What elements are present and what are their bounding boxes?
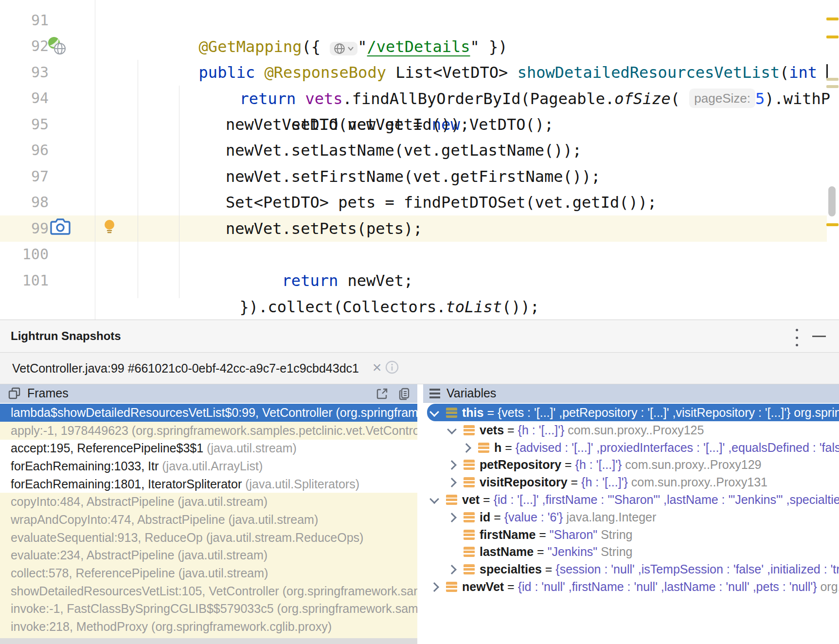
frames-icon	[8, 387, 21, 400]
variable-icon	[464, 512, 475, 522]
code-line: public @ResponseBody List<VetDTO> showDe…	[143, 33, 827, 59]
frame-row[interactable]: forEachRemaining:1033, Itr (java.util.Ar…	[0, 457, 417, 475]
frame-row[interactable]: wrapAndCopyInto:474, AbstractPipeline (j…	[0, 511, 417, 529]
line-number: 92	[0, 33, 49, 59]
variable-row[interactable]: h = {advised : '[...]' ,proxiedInterface…	[423, 439, 839, 456]
panel-title: Lightrun Snapshots	[11, 320, 121, 352]
chevron-down-icon[interactable]	[447, 425, 457, 434]
line-number: 96	[0, 137, 49, 163]
variable-row[interactable]: newVet = {id : 'null' ,firstName : 'null…	[423, 578, 839, 595]
code-line: Set<PetDTO> pets = findPetDTOSet(vet.get…	[226, 189, 657, 215]
line-number: 100	[0, 241, 49, 268]
line-number: 101	[0, 268, 49, 294]
variable-icon	[464, 530, 475, 540]
copy-stack-icon[interactable]	[398, 387, 411, 400]
line-number: 95	[0, 111, 49, 138]
frame-row[interactable]: showDetailedResourcesVetList:105, VetCon…	[0, 582, 417, 600]
chevron-right-icon[interactable]	[429, 582, 439, 592]
frame-row[interactable]: forEachRemaining:1801, IteratorSpliterat…	[0, 475, 417, 493]
editor-scrollbar[interactable]	[828, 186, 836, 216]
variable-icon	[464, 564, 475, 574]
code-line: }).collect(Collectors.toList());	[183, 268, 539, 294]
line-number: 98	[0, 189, 49, 215]
frame-row[interactable]: evaluateSequential:913, ReduceOp (java.u…	[0, 529, 417, 547]
open-in-new-window-icon[interactable]	[375, 387, 389, 400]
camera-snapshot-icon[interactable]	[50, 218, 71, 236]
line-number: 91	[0, 7, 49, 34]
variable-row[interactable]: vets = {h : '[...]'} com.sun.proxy..Prox…	[423, 421, 839, 439]
lightbulb-icon[interactable]	[103, 219, 116, 237]
chevron-right-icon[interactable]	[447, 565, 457, 574]
frame-row[interactable]: lambda$showDetailedResourcesVetList$0:99…	[0, 404, 417, 422]
change-marker[interactable]	[826, 36, 839, 38]
frame-row[interactable]: invoke:218, MethodProxy (org.springframe…	[0, 618, 417, 636]
close-icon[interactable]: ×	[369, 359, 385, 376]
frame-row[interactable]: apply:-1, 1978449623 (org.springframewor…	[0, 422, 417, 440]
variable-row[interactable]: id = {value : '6'} java.lang.Integer	[423, 508, 839, 526]
code-line: return newVet;	[226, 241, 413, 268]
line-number: 94	[0, 85, 49, 111]
code-line: return vets.findAllByOrderById(Pageable.…	[183, 59, 827, 86]
code-line: newVet.setId(vet.getId());	[226, 111, 469, 138]
frame-row[interactable]: collect:578, ReferencePipeline (java.uti…	[0, 564, 417, 582]
variable-row[interactable]: this = {vets : '[...]' ,petRepository : …	[423, 404, 839, 421]
snapshot-tab-bar: VetController.java:99 #661021c0-0ebf-42c…	[0, 353, 839, 384]
code-line: newVet.setLastName(vet.getLastName());	[226, 137, 582, 163]
variable-icon	[478, 443, 489, 453]
lightrun-snapshots-header: Lightrun Snapshots	[0, 320, 839, 353]
variable-row[interactable]: petRepository = {h : '[...]'} com.sun.pr…	[423, 456, 839, 473]
indent-guide	[179, 86, 179, 298]
variables-list[interactable]: this = {vets : '[...]' ,petRepository : …	[423, 403, 839, 644]
line-number: 97	[0, 163, 49, 190]
change-marker[interactable]	[826, 78, 839, 81]
variable-row[interactable]: lastName = "Jenkins" String	[423, 543, 839, 560]
variable-icon	[446, 582, 457, 592]
indent-guide	[138, 60, 138, 298]
variable-icon	[464, 547, 475, 557]
gutter-separator	[95, 0, 95, 320]
variable-row[interactable]: vet = {id : '[...]' ,firstName : '"Sharo…	[423, 491, 839, 508]
code-editor[interactable]: 91 92 93 94 95 96 97 98 99 100 101	[0, 0, 839, 320]
change-marker[interactable]	[826, 85, 839, 88]
change-marker[interactable]	[826, 223, 839, 226]
snapshot-tab[interactable]: VetController.java:99 #661021c0-0ebf-42c…	[12, 353, 359, 384]
variable-row[interactable]: specialties = {session : 'null' ,isTempS…	[423, 560, 839, 578]
frames-horizontal-scrollbar[interactable]	[0, 638, 417, 644]
code-line: VetDTO newVet = new VetDTO();	[226, 85, 553, 111]
inlay-hint: pageSize:	[689, 89, 755, 108]
variables-title: Variables	[446, 384, 496, 402]
variables-icon	[429, 388, 441, 399]
info-icon[interactable]	[385, 360, 399, 374]
variable-icon	[446, 408, 457, 418]
variables-header: Variables	[423, 384, 839, 403]
frame-row[interactable]: evaluate:234, AbstractPipeline (java.uti…	[0, 546, 417, 564]
code-line: @GetMapping({ "/vetDetails" })	[143, 7, 827, 34]
minimize-icon[interactable]	[812, 336, 826, 337]
ide-window: 91 92 93 94 95 96 97 98 99 100 101	[0, 0, 839, 644]
spring-request-mapping-icon[interactable]	[48, 37, 67, 55]
variable-icon	[464, 477, 475, 487]
chevron-right-icon[interactable]	[447, 513, 457, 522]
frames-header: Frames	[0, 384, 417, 403]
variable-icon	[446, 495, 457, 505]
line-number: 99	[0, 215, 49, 242]
chevron-down-icon[interactable]	[429, 494, 439, 504]
chevron-right-icon[interactable]	[462, 443, 471, 453]
code-line: newVet.setFirstName(vet.getFirstName());	[226, 163, 601, 190]
frame-row[interactable]: copyInto:484, AbstractPipeline (java.uti…	[0, 493, 417, 511]
frames-list[interactable]: lambda$showDetailedResourcesVetList$0:99…	[0, 403, 417, 644]
frame-row[interactable]: invoke:-1, FastClassBySpringCGLIB$$57903…	[0, 600, 417, 618]
code-line: newVet.setPets(pets);	[226, 215, 423, 242]
frames-title: Frames	[27, 384, 69, 402]
chevron-right-icon[interactable]	[447, 478, 457, 487]
frame-row[interactable]: accept:195, ReferencePipeline$3$1 (java.…	[0, 439, 417, 457]
variable-icon	[464, 425, 475, 435]
variable-row[interactable]: visitRepository = {h : '[...]'} com.sun.…	[423, 473, 839, 491]
variable-icon	[464, 460, 475, 470]
more-options-icon[interactable]	[794, 329, 800, 346]
line-number: 93	[0, 59, 49, 86]
chevron-right-icon[interactable]	[447, 460, 457, 470]
change-marker[interactable]	[826, 18, 839, 20]
variable-row[interactable]: firstName = "Sharon" String	[423, 526, 839, 543]
